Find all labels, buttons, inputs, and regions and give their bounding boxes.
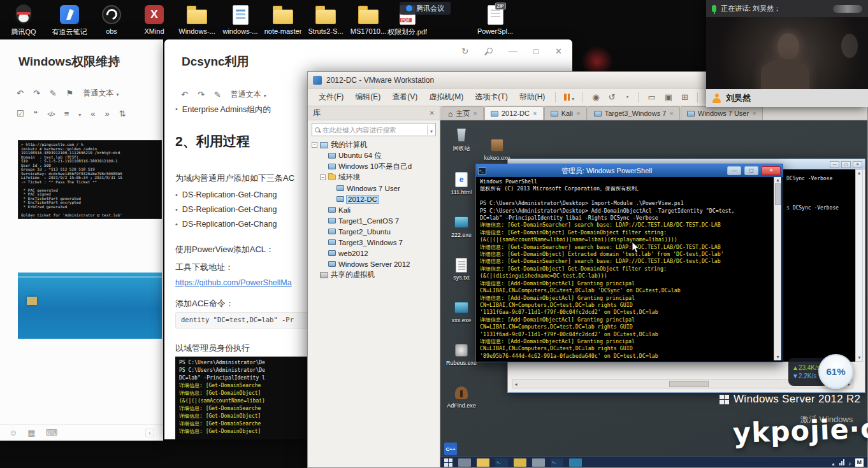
menu-h[interactable]: 帮助(H) bbox=[514, 90, 551, 104]
network-icon[interactable] bbox=[839, 459, 844, 465]
github-link[interactable]: https://github.com/PowerShellMa bbox=[175, 278, 308, 287]
vm-desktop-icon-adfind-exe[interactable]: AdFind.exe bbox=[443, 385, 480, 409]
tree-item-windows-10-d[interactable]: Windows 10不是自己d bbox=[308, 161, 440, 172]
tab-close-icon[interactable] bbox=[533, 111, 537, 117]
doc1-format-dropdown[interactable]: 普通文本 bbox=[83, 88, 119, 99]
tree-item-windows-7-user[interactable]: Windows 7 User bbox=[308, 183, 440, 194]
menu-m[interactable]: 虚拟机(M) bbox=[423, 90, 469, 104]
desktop-icon-ms17010[interactable]: MS17010... bbox=[347, 4, 389, 35]
show-library-icon[interactable] bbox=[643, 93, 660, 101]
code-icon[interactable] bbox=[47, 110, 54, 118]
tray-expand-icon[interactable] bbox=[831, 457, 835, 467]
tree-item-target3-windows-7[interactable]: Target3_Windows 7 bbox=[308, 237, 440, 248]
desktop-icon-windows[interactable]: windows-... bbox=[219, 4, 261, 35]
align-icon[interactable] bbox=[64, 110, 69, 118]
cpp-icon[interactable] bbox=[444, 443, 457, 455]
snapshot-manager-icon[interactable] bbox=[620, 93, 634, 101]
desktop-icon-note-master[interactable]: note-master bbox=[262, 4, 304, 35]
vm-desktop-icon-111-html[interactable]: 111.html bbox=[443, 171, 480, 195]
tree-item-item-0[interactable]: 我的计算机 bbox=[308, 139, 440, 150]
vm-desktop-icon-sys-txt[interactable]: sys.txt bbox=[443, 257, 480, 281]
desktop-icon-qq[interactable]: 腾讯QQ bbox=[3, 4, 45, 37]
vm-tab-target3-windows-7[interactable]: Target3_Windows 7 bbox=[588, 106, 680, 120]
tree-item-item-12[interactable]: 共享的虚拟机 bbox=[308, 269, 440, 280]
input-method-indicator[interactable]: M bbox=[855, 458, 864, 467]
tree-item-windows-server-2012[interactable]: Windows Server 2012 bbox=[308, 259, 440, 269]
taskbar-icon-srv-0[interactable] bbox=[458, 458, 471, 467]
undo-icon[interactable] bbox=[17, 89, 24, 97]
minimize-icon[interactable] bbox=[509, 47, 517, 55]
minimize-button[interactable] bbox=[727, 166, 741, 175]
refresh-icon[interactable] bbox=[461, 47, 468, 55]
close-button[interactable] bbox=[853, 161, 862, 168]
tab-close-icon[interactable] bbox=[669, 111, 674, 117]
tab-close-icon[interactable] bbox=[473, 111, 477, 117]
tree-item-target2-ubuntu[interactable]: Target2_Ubuntu bbox=[308, 226, 440, 237]
vm-tab-kali[interactable]: Kali bbox=[544, 106, 587, 120]
keyboard-icon[interactable] bbox=[46, 429, 58, 437]
tree-item-web2012[interactable]: web2012 bbox=[308, 248, 440, 259]
scrollbar-thumb[interactable] bbox=[669, 381, 709, 387]
taskbar-icon-ps-5[interactable] bbox=[551, 458, 563, 467]
tab-close-icon[interactable] bbox=[576, 111, 581, 117]
vm-tab-item-0[interactable]: 主页 bbox=[442, 106, 484, 120]
tree-item-target1-centos-7[interactable]: Target1_CentOS 7 bbox=[308, 215, 440, 226]
desktop-icon-struts2-s[interactable]: Struts2-S... bbox=[305, 4, 347, 35]
taskbar-icon-ps-2[interactable] bbox=[495, 458, 508, 467]
search-dropdown-icon[interactable] bbox=[427, 125, 433, 135]
tree-item-ubuntu-64[interactable]: Ubuntu 64 位 bbox=[308, 150, 440, 161]
scrollbar-thumb[interactable] bbox=[775, 183, 781, 205]
tencent-meeting-pill[interactable]: 腾讯会议 bbox=[400, 2, 451, 15]
thumbnail-bar-icon[interactable] bbox=[677, 93, 693, 101]
taskbar-icon-clip-3[interactable] bbox=[514, 458, 526, 467]
console-view-icon[interactable] bbox=[660, 93, 677, 101]
line-height-icon[interactable] bbox=[119, 110, 126, 118]
meeting-video-feed[interactable] bbox=[706, 17, 868, 89]
vertical-scrollbar[interactable] bbox=[774, 177, 781, 360]
desktop-icon-powerspl[interactable]: ZIPPowerSpl... bbox=[474, 4, 516, 35]
close-panel-icon[interactable] bbox=[430, 110, 435, 117]
vm-tab-2012-dc[interactable]: 2012-DC bbox=[484, 106, 544, 120]
tree-item-kali[interactable]: Kali bbox=[308, 204, 440, 215]
maximize-button[interactable] bbox=[744, 166, 758, 175]
menu-e[interactable]: 编辑(E) bbox=[349, 90, 386, 104]
desktop-icon-windows[interactable]: Windows-... bbox=[176, 4, 218, 35]
checklist-icon[interactable] bbox=[17, 110, 24, 118]
taskbar-icon-teal-6[interactable] bbox=[569, 458, 582, 467]
minimize-button[interactable] bbox=[830, 161, 839, 168]
vertical-scrollbar[interactable] bbox=[855, 169, 863, 362]
outdent-icon[interactable] bbox=[90, 110, 95, 118]
memory-usage-ball[interactable]: 61% bbox=[818, 354, 853, 389]
maximize-icon[interactable] bbox=[533, 47, 539, 55]
volume-icon[interactable] bbox=[848, 457, 851, 467]
menu-v[interactable]: 查看(V) bbox=[386, 90, 423, 104]
flag-icon[interactable] bbox=[66, 89, 74, 97]
menu-t[interactable]: 选项卡(T) bbox=[469, 90, 513, 104]
menu-f[interactable]: 文件(F) bbox=[313, 90, 349, 104]
indent-icon[interactable] bbox=[105, 110, 109, 118]
quote-icon[interactable] bbox=[34, 110, 38, 118]
tab-close-icon[interactable] bbox=[752, 111, 756, 117]
close-icon[interactable] bbox=[555, 47, 562, 55]
desktop-icon-item-1[interactable]: 有道云笔记 bbox=[48, 4, 90, 37]
maximize-button[interactable] bbox=[841, 161, 851, 168]
redo-icon[interactable] bbox=[33, 89, 40, 97]
tree-item-2012-dc[interactable]: 2012-DC bbox=[308, 194, 440, 204]
vm-desktop-icon-xxx-exe[interactable]: xxx.exe bbox=[443, 299, 480, 323]
format-brush-icon[interactable] bbox=[50, 89, 57, 97]
desktop-icon-obs[interactable]: obs bbox=[90, 4, 133, 35]
revert-snapshot-icon[interactable] bbox=[604, 93, 620, 101]
start-button[interactable] bbox=[444, 458, 452, 467]
pause-vm-button[interactable] bbox=[560, 92, 578, 103]
vm-desktop-icon-kekeo[interactable]: kekeo.exe bbox=[480, 137, 514, 161]
collapse-icon[interactable] bbox=[145, 429, 154, 437]
tree-item-item-3[interactable]: 域环境 bbox=[308, 172, 440, 183]
desktop-icon-xmind[interactable]: XMind bbox=[133, 4, 175, 35]
expander-icon[interactable] bbox=[320, 174, 326, 180]
library-search-input[interactable] bbox=[322, 126, 424, 134]
vm-desktop-icon-rubeus-exe[interactable]: Rubeus.exe bbox=[443, 342, 480, 366]
emoji-icon[interactable] bbox=[9, 429, 17, 437]
take-snapshot-icon[interactable] bbox=[588, 93, 604, 101]
pin-icon[interactable] bbox=[485, 48, 492, 55]
vm-desktop-icon-222-exe[interactable]: 222.exe bbox=[443, 214, 480, 238]
